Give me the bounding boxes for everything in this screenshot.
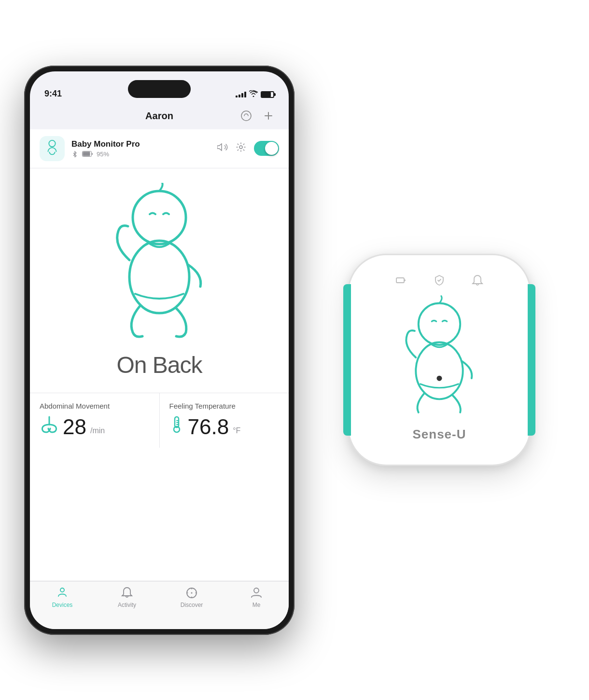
status-time: 9:41 (44, 89, 62, 99)
phone-screen: 9:41 (30, 71, 289, 629)
stat-card-temperature: Feeling Temperature (160, 393, 289, 448)
notification-icon[interactable] (239, 109, 253, 123)
svg-point-19 (419, 303, 460, 344)
device-info: Baby Monitor Pro (71, 139, 217, 158)
iphone-device: 9:41 (24, 66, 294, 635)
settings-icon[interactable] (236, 142, 246, 155)
tab-discover[interactable]: Discover (172, 586, 211, 608)
device-name: Baby Monitor Pro (71, 139, 217, 149)
add-button[interactable] (262, 109, 275, 123)
svg-point-16 (191, 592, 193, 593)
status-icons (236, 90, 274, 99)
temperature-value: 76.8 (188, 415, 229, 439)
tab-devices-label: Devices (52, 602, 73, 608)
device-toggle[interactable] (254, 141, 279, 156)
svg-point-6 (239, 146, 242, 149)
senseu-body: Sense-U (348, 254, 531, 466)
stats-area: Abdominal Movement 28 /min (30, 393, 289, 448)
bell-icon (120, 586, 134, 600)
svg-point-8 (129, 241, 189, 313)
tab-discover-label: Discover (181, 602, 203, 608)
svg-rect-5 (83, 152, 90, 156)
battery-icon (261, 91, 274, 98)
nav-header: Aaron (30, 103, 289, 129)
nav-title: Aaron (145, 110, 173, 122)
person-icon (250, 586, 263, 600)
movement-label: Abdominal Movement (40, 402, 150, 410)
svg-point-0 (241, 111, 251, 121)
tab-me[interactable]: Me (237, 586, 276, 608)
tab-devices[interactable]: Devices (43, 586, 82, 608)
tab-me-label: Me (252, 602, 261, 608)
sound-icon[interactable] (217, 142, 228, 154)
svg-point-14 (60, 588, 64, 592)
device-row[interactable]: Baby Monitor Pro (30, 129, 289, 168)
senseu-bell-icon (472, 275, 483, 288)
dynamic-island (128, 80, 191, 98)
position-label: On Back (116, 352, 202, 378)
svg-point-7 (133, 191, 186, 244)
senseu-baby-illustration (349, 293, 530, 418)
compass-icon (185, 586, 198, 600)
stat-card-movement: Abdominal Movement 28 /min (30, 393, 160, 448)
wifi-icon (249, 90, 258, 99)
svg-rect-18 (396, 278, 404, 283)
svg-point-3 (49, 140, 55, 146)
baby-illustration-area: On Back (30, 168, 289, 388)
tab-activity[interactable]: Activity (108, 586, 146, 608)
senseu-brand-label: Sense-U (349, 427, 530, 442)
temperature-unit: °F (233, 426, 240, 435)
device-sub: 95% (71, 151, 217, 158)
movement-value: 28 (63, 415, 86, 439)
senseu-device: Sense-U (348, 254, 550, 495)
svg-point-20 (416, 342, 463, 399)
device-icon (40, 136, 65, 161)
tab-activity-label: Activity (118, 602, 136, 608)
battery-small-icon (82, 151, 93, 157)
nav-actions (239, 109, 275, 123)
senseu-top-icons (349, 255, 530, 288)
tab-bar: Devices Activity (30, 581, 289, 629)
bluetooth-icon (71, 151, 78, 157)
device-battery-text: 95% (97, 151, 109, 158)
lungs-icon (40, 416, 59, 438)
senseu-battery-icon (395, 275, 407, 288)
thermometer-icon (169, 416, 184, 438)
main-content: Baby Monitor Pro (30, 129, 289, 581)
baby-illustration (92, 183, 227, 347)
senseu-shield-icon (434, 275, 445, 288)
movement-unit: /min (90, 426, 105, 435)
main-scene: 9:41 (0, 0, 589, 700)
temperature-label: Feeling Temperature (169, 402, 280, 410)
svg-point-21 (437, 375, 442, 381)
signal-icon (236, 92, 246, 97)
svg-point-17 (254, 588, 259, 593)
devices-icon (56, 586, 69, 600)
device-controls (217, 141, 279, 156)
